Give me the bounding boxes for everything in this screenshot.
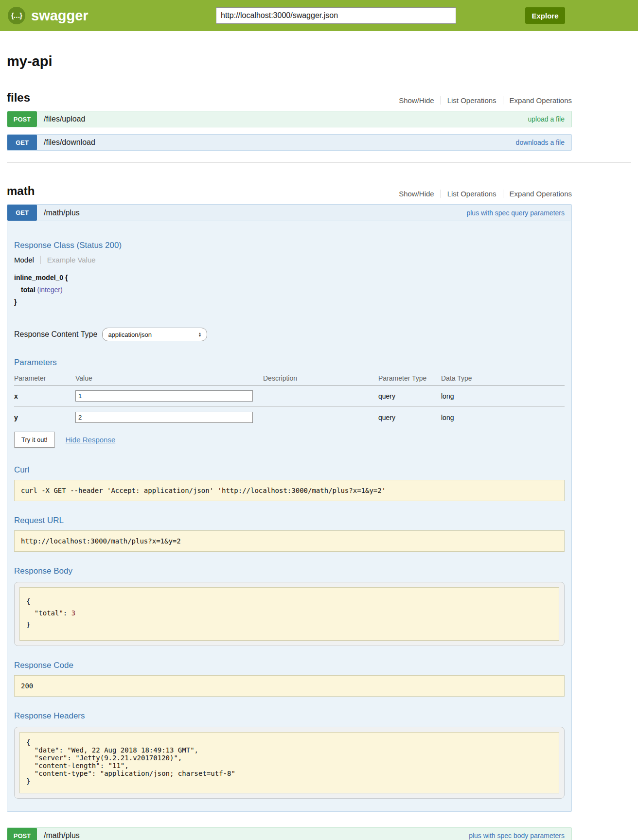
- op-row-post-files-upload[interactable]: POST /files/upload upload a file: [7, 111, 572, 127]
- response-class-tabs: Model Example Value: [14, 256, 565, 264]
- parameters-heading: Parameters: [14, 358, 565, 368]
- response-content-type-select[interactable]: application/json ▲▼: [102, 328, 207, 341]
- parameter-row-y: y query long: [14, 407, 565, 428]
- updown-arrows-icon: ▲▼: [198, 332, 201, 337]
- explore-button[interactable]: Explore: [525, 7, 565, 24]
- main-content: my-api files Show/Hide List Operations E…: [7, 53, 572, 840]
- api-title: my-api: [7, 53, 572, 70]
- response-code-block: 200: [14, 675, 565, 697]
- param-description: [263, 385, 378, 407]
- op-row-get-math-plus[interactable]: GET /math/plus plus with spec query para…: [7, 205, 571, 221]
- model-open-brace: inline_model_0 {: [14, 272, 565, 284]
- try-it-out-row: Try it out! Hide Response: [14, 432, 565, 448]
- files-list-operations-link[interactable]: List Operations: [441, 96, 503, 105]
- op-detail-panel: Response Class (Status 200) Model Exampl…: [7, 221, 571, 811]
- op-summary-files-upload[interactable]: upload a file: [528, 111, 565, 127]
- response-headers-block: { "date": "Wed, 22 Aug 2018 18:49:13 GMT…: [19, 732, 559, 793]
- curl-command-block: curl -X GET --header 'Accept: applicatio…: [14, 480, 565, 501]
- param-data-type: long: [441, 385, 565, 407]
- op-path-math-plus[interactable]: /math/plus: [44, 205, 80, 221]
- op-path-math-plus-post[interactable]: /math/plus: [44, 828, 80, 840]
- json-key-total: "total":: [26, 609, 71, 617]
- math-section-title: math: [7, 184, 35, 198]
- model-close-brace: }: [14, 296, 565, 308]
- hide-response-link[interactable]: Hide Response: [66, 436, 116, 444]
- math-list-operations-link[interactable]: List Operations: [441, 190, 503, 198]
- spec-url-input[interactable]: [216, 7, 456, 24]
- files-show-hide-link[interactable]: Show/Hide: [399, 96, 441, 105]
- math-section-header: math Show/Hide List Operations Expand Op…: [7, 184, 572, 198]
- header-bar: {…} swagger Explore: [0, 0, 638, 31]
- section-divider: [7, 162, 631, 163]
- op-summary-math-plus-post[interactable]: plus with spec body parameters: [469, 828, 565, 840]
- param-type: query: [378, 407, 441, 428]
- math-expand-operations-link[interactable]: Expand Operations: [503, 190, 572, 198]
- model-signature: inline_model_0 { total (integer) }: [14, 272, 565, 308]
- parameters-header-row: Parameter Value Description Parameter Ty…: [14, 371, 565, 385]
- response-code-heading: Response Code: [14, 661, 565, 670]
- param-y-input[interactable]: [75, 412, 253, 423]
- response-content-type-label: Response Content Type: [14, 330, 97, 339]
- param-description: [263, 407, 378, 428]
- try-it-out-button[interactable]: Try it out!: [14, 432, 55, 448]
- math-section-controls: Show/Hide List Operations Expand Operati…: [399, 190, 572, 198]
- col-header-data-type: Data Type: [441, 371, 565, 385]
- op-block-get-math-plus: GET /math/plus plus with spec query para…: [7, 204, 572, 812]
- swagger-logo[interactable]: {…} swagger: [8, 7, 89, 24]
- json-close-brace: }: [26, 621, 30, 629]
- response-class-heading: Response Class (Status 200): [14, 241, 565, 250]
- op-path-files-upload[interactable]: /files/upload: [44, 111, 85, 127]
- request-url-heading: Request URL: [14, 516, 565, 525]
- op-row-post-math-plus[interactable]: POST /math/plus plus with spec body para…: [7, 827, 572, 840]
- col-header-parameter: Parameter: [14, 371, 75, 385]
- parameters-table: Parameter Value Description Parameter Ty…: [14, 371, 565, 428]
- math-show-hide-link[interactable]: Show/Hide: [399, 190, 441, 198]
- param-x-input[interactable]: [75, 390, 253, 402]
- json-value-total: 3: [71, 609, 75, 617]
- json-open-brace: {: [26, 597, 30, 605]
- get-method-badge[interactable]: GET: [7, 205, 37, 221]
- response-headers-heading: Response Headers: [14, 711, 565, 721]
- brand-title: swagger: [31, 8, 89, 24]
- col-header-parameter-type: Parameter Type: [378, 371, 441, 385]
- param-type: query: [378, 385, 441, 407]
- param-data-type: long: [441, 407, 565, 428]
- response-headers-container: { "date": "Wed, 22 Aug 2018 18:49:13 GMT…: [14, 727, 565, 799]
- parameter-row-x: x query long: [14, 385, 565, 407]
- tab-model[interactable]: Model: [14, 256, 41, 264]
- model-property-name: total: [21, 286, 35, 294]
- op-path-files-download[interactable]: /files/download: [44, 135, 95, 150]
- request-url-block: http://localhost:3000/math/plus?x=1&y=2: [14, 530, 565, 552]
- response-body-block: { "total": 3 }: [19, 587, 559, 641]
- response-body-heading: Response Body: [14, 566, 565, 576]
- col-header-description: Description: [263, 371, 378, 385]
- op-summary-math-plus-get[interactable]: plus with spec query parameters: [466, 205, 565, 221]
- files-section-title: files: [7, 91, 30, 105]
- col-header-value: Value: [75, 371, 263, 385]
- response-body-container: { "total": 3 }: [14, 582, 565, 646]
- op-row-get-files-download[interactable]: GET /files/download downloads a file: [7, 134, 572, 151]
- swagger-logo-icon: {…}: [8, 7, 25, 24]
- model-property-type: (integer): [35, 286, 63, 294]
- response-content-type-row: Response Content Type application/json ▲…: [14, 328, 565, 341]
- param-name: x: [14, 385, 75, 407]
- op-summary-files-download[interactable]: downloads a file: [516, 135, 565, 150]
- files-section-controls: Show/Hide List Operations Expand Operati…: [399, 96, 572, 105]
- post-method-badge[interactable]: POST: [7, 111, 37, 127]
- tab-example-value[interactable]: Example Value: [41, 256, 96, 264]
- model-property: total (integer): [14, 284, 565, 296]
- response-content-type-value: application/json: [108, 331, 152, 338]
- post-method-badge[interactable]: POST: [7, 828, 37, 840]
- param-name: y: [14, 407, 75, 428]
- get-method-badge[interactable]: GET: [7, 135, 37, 150]
- curl-heading: Curl: [14, 465, 565, 475]
- files-expand-operations-link[interactable]: Expand Operations: [503, 96, 572, 105]
- files-section-header: files Show/Hide List Operations Expand O…: [7, 91, 572, 105]
